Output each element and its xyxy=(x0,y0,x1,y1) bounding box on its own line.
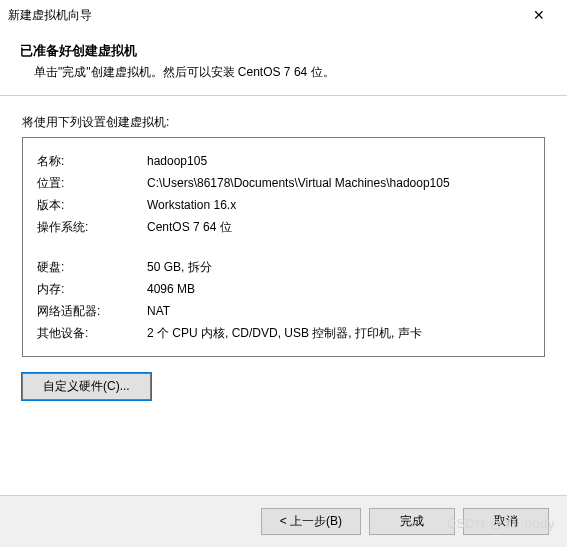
value-name: hadoop105 xyxy=(147,150,530,172)
label-memory: 内存: xyxy=(37,278,147,300)
close-icon[interactable]: ✕ xyxy=(519,1,559,29)
value-location: C:\Users\86178\Documents\Virtual Machine… xyxy=(147,172,530,194)
value-os: CentOS 7 64 位 xyxy=(147,216,530,238)
settings-summary: 名称: hadoop105 位置: C:\Users\86178\Documen… xyxy=(22,137,545,357)
row-other: 其他设备: 2 个 CPU 内核, CD/DVD, USB 控制器, 打印机, … xyxy=(37,322,530,344)
value-memory: 4096 MB xyxy=(147,278,530,300)
label-location: 位置: xyxy=(37,172,147,194)
header-title: 已准备好创建虚拟机 xyxy=(20,42,547,60)
value-network: NAT xyxy=(147,300,530,322)
value-disk: 50 GB, 拆分 xyxy=(147,256,530,278)
back-button[interactable]: < 上一步(B) xyxy=(261,508,361,535)
customize-hardware-button[interactable]: 自定义硬件(C)... xyxy=(22,373,151,400)
row-version: 版本: Workstation 16.x xyxy=(37,194,530,216)
header-subtitle: 单击"完成"创建虚拟机。然后可以安装 CentOS 7 64 位。 xyxy=(20,64,547,81)
label-other: 其他设备: xyxy=(37,322,147,344)
titlebar: 新建虚拟机向导 ✕ xyxy=(0,0,567,30)
row-memory: 内存: 4096 MB xyxy=(37,278,530,300)
label-disk: 硬盘: xyxy=(37,256,147,278)
intro-text: 将使用下列设置创建虚拟机: xyxy=(22,114,545,131)
wizard-header: 已准备好创建虚拟机 单击"完成"创建虚拟机。然后可以安装 CentOS 7 64… xyxy=(0,30,567,95)
row-name: 名称: hadoop105 xyxy=(37,150,530,172)
footer: < 上一步(B) 完成 取消 xyxy=(0,495,567,547)
finish-button[interactable]: 完成 xyxy=(369,508,455,535)
row-network: 网络适配器: NAT xyxy=(37,300,530,322)
cancel-button[interactable]: 取消 xyxy=(463,508,549,535)
label-name: 名称: xyxy=(37,150,147,172)
value-other: 2 个 CPU 内核, CD/DVD, USB 控制器, 打印机, 声卡 xyxy=(147,322,530,344)
window-title: 新建虚拟机向导 xyxy=(8,7,519,24)
row-os: 操作系统: CentOS 7 64 位 xyxy=(37,216,530,238)
row-location: 位置: C:\Users\86178\Documents\Virtual Mac… xyxy=(37,172,530,194)
content-area: 将使用下列设置创建虚拟机: 名称: hadoop105 位置: C:\Users… xyxy=(0,96,567,410)
row-disk: 硬盘: 50 GB, 拆分 xyxy=(37,256,530,278)
label-version: 版本: xyxy=(37,194,147,216)
value-version: Workstation 16.x xyxy=(147,194,530,216)
label-os: 操作系统: xyxy=(37,216,147,238)
label-network: 网络适配器: xyxy=(37,300,147,322)
